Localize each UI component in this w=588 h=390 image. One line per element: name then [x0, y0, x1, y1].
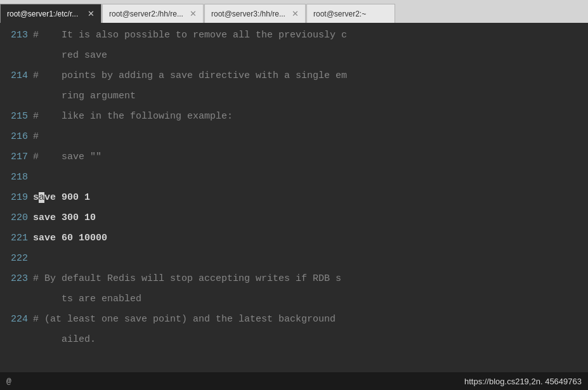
editor-line: 224# (at least one save point) and the l… — [0, 309, 588, 330]
editor-line: ring argument — [0, 86, 588, 107]
line-content: # points by adding a save directive with… — [33, 66, 347, 86]
line-number: 219 — [5, 188, 28, 208]
tab-1-label: root@server1:/etc/r... — [7, 10, 84, 18]
tab-3[interactable]: root@server3:/hh/re... ✕ — [204, 4, 306, 23]
line-content: save 300 10 — [33, 208, 96, 228]
line-content: # like in the following example: — [33, 107, 233, 127]
editor-line: 219save 900 1 — [0, 188, 588, 208]
status-left: @ — [6, 377, 11, 386]
terminal-window: root@server1:/etc/r... ✕ root@server2:/h… — [0, 0, 588, 390]
editor-line: 221save 60 10000 — [0, 228, 588, 249]
line-number: 215 — [5, 107, 28, 127]
tab-1[interactable]: root@server1:/etc/r... ✕ — [0, 4, 101, 23]
line-number: 220 — [5, 208, 28, 228]
editor-line: 216# — [0, 127, 588, 147]
line-content: # It is also possible to remove all the … — [33, 25, 347, 46]
line-content: save 900 1 — [33, 188, 90, 208]
editor-line: red save — [0, 46, 588, 66]
editor-line: 215# like in the following example: — [0, 107, 588, 127]
editor-line: 214# points by adding a save directive w… — [0, 66, 588, 86]
line-number: 217 — [5, 147, 28, 167]
line-number: 224 — [5, 309, 28, 330]
line-number: 223 — [5, 269, 28, 289]
line-content: ts are enabled — [33, 289, 141, 309]
editor-line: 220save 300 10 — [0, 208, 588, 228]
line-number: 216 — [5, 127, 28, 147]
editor-line: ailed. — [0, 330, 588, 350]
tab-3-close[interactable]: ✕ — [292, 9, 299, 18]
tab-2[interactable]: root@server2:/hh/re... ✕ — [102, 4, 204, 23]
tab-4[interactable]: root@server2:~ — [306, 4, 395, 23]
editor-line: ts are enabled — [0, 289, 588, 309]
line-number: 222 — [5, 249, 28, 269]
tab-2-close[interactable]: ✕ — [190, 9, 197, 18]
line-number: 213 — [5, 25, 28, 46]
line-content: ailed. — [33, 330, 96, 350]
status-bar: @ https://blog.cs219,2n. 45649763 — [0, 372, 588, 390]
line-content: # save "" — [33, 147, 101, 167]
line-number: 221 — [5, 228, 28, 249]
editor-line: 217# save "" — [0, 147, 588, 167]
line-content: ring argument — [33, 86, 136, 107]
status-right: https://blog.cs219,2n. 45649763 — [464, 377, 582, 386]
line-content: # — [33, 127, 39, 147]
line-content: red save — [33, 46, 107, 66]
tab-2-label: root@server2:/hh/re... — [109, 10, 186, 18]
line-content: # (at least one save point) and the late… — [33, 309, 341, 330]
tab-3-label: root@server3:/hh/re... — [211, 10, 288, 18]
line-content: save 60 10000 — [33, 228, 107, 249]
editor-line: 213# It is also possible to remove all t… — [0, 25, 588, 46]
line-number: 218 — [5, 167, 28, 188]
tab-bar: root@server1:/etc/r... ✕ root@server2:/h… — [0, 0, 588, 23]
editor-area[interactable]: 213# It is also possible to remove all t… — [0, 23, 588, 372]
line-content: # By default Redis will stop accepting w… — [33, 269, 341, 289]
editor-line: 223# By default Redis will stop acceptin… — [0, 269, 588, 289]
editor-line: 218 — [0, 167, 588, 188]
line-number: 214 — [5, 66, 28, 86]
tab-1-close[interactable]: ✕ — [88, 9, 95, 18]
tab-4-label: root@server2:~ — [313, 10, 388, 18]
editor-line: 222 — [0, 249, 588, 269]
